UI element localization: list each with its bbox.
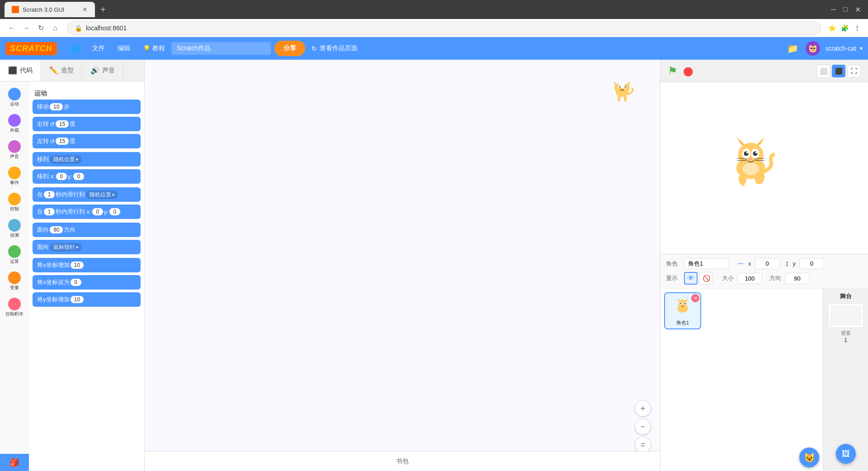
add-sprite-button[interactable]: 😺 xyxy=(799,447,819,467)
blocks-list: 运动 移动 10 步 右转 ↻ 15 度 左转 ↻ xyxy=(29,81,144,471)
globe-menu[interactable]: 🌐 xyxy=(64,41,86,57)
tab-sound[interactable]: 🔊 声音 xyxy=(82,60,123,81)
rotate-ccw-icon: ↻ xyxy=(50,138,55,145)
url-text: localhost:8601 xyxy=(86,24,127,32)
tab-costume[interactable]: ✏️ 造型 xyxy=(41,60,82,81)
stop-button[interactable]: ⬤ xyxy=(683,66,693,76)
svg-point-28 xyxy=(746,152,748,154)
svg-rect-48 xyxy=(830,305,862,326)
scratch-appbar: SCRATCH 🌐 文件 编辑 💡 教程 分享 ↻ 查看作品页面 📁 scrat… xyxy=(0,37,868,60)
block-set-x[interactable]: 将x坐标设为 0 xyxy=(33,275,141,290)
show-label: 显示 xyxy=(666,274,680,282)
size-input[interactable] xyxy=(737,273,762,284)
zoom-in-button[interactable]: + xyxy=(635,400,651,417)
star-icon[interactable]: ⭐ xyxy=(826,23,837,33)
nav-buttons: ← → ↻ ⌂ xyxy=(5,22,61,34)
sensing-dot xyxy=(8,219,21,232)
category-motion[interactable]: 运动 xyxy=(2,85,27,109)
sprite-info-row1: 角色 ↔ x ↕ y xyxy=(666,258,863,269)
category-sound[interactable]: 声音 xyxy=(2,138,27,162)
category-events[interactable]: 事件 xyxy=(2,164,27,188)
share-button[interactable]: 分享 xyxy=(274,41,305,56)
category-variables[interactable]: 变量 xyxy=(2,269,27,293)
block-goto-xy[interactable]: 移到 x: 0 y: 0 xyxy=(33,169,141,184)
sprite-thumbnail-1[interactable]: ✕ 角色1 xyxy=(664,292,701,329)
close-button[interactable]: ✕ xyxy=(852,4,863,16)
direction-input[interactable] xyxy=(785,273,810,284)
tab-favicon xyxy=(12,6,19,13)
browser-tab[interactable]: Scratch 3.0 GUI ✕ xyxy=(5,2,95,17)
block-turn-right[interactable]: 右转 ↻ 15 度 xyxy=(33,117,141,131)
extension-icon[interactable]: 🧩 xyxy=(839,23,850,33)
y-label: y xyxy=(793,260,796,267)
show-hidden-button[interactable]: 🚫 xyxy=(699,272,713,285)
direction-label: 方向 xyxy=(769,274,781,282)
sprite-info-panel: 角色 ↔ x ↕ y 显示 👁 🚫 大小 方向 xyxy=(660,254,868,289)
block-change-y[interactable]: 将y坐标增加 10 xyxy=(33,292,141,307)
minimize-button[interactable]: ─ xyxy=(828,4,839,16)
menu-icon[interactable]: ⋮ xyxy=(852,23,863,33)
category-operators[interactable]: 运算 xyxy=(2,243,27,267)
folder-icon[interactable]: 📁 xyxy=(785,41,800,56)
back-button[interactable]: ← xyxy=(5,22,18,34)
tab-code[interactable]: ⬛ 代码 xyxy=(0,60,41,81)
edit-menu[interactable]: 编辑 xyxy=(111,41,137,56)
sprite-delete-button[interactable]: ✕ xyxy=(691,294,699,302)
green-flag-button[interactable]: ⚑ xyxy=(668,65,678,77)
towards-dropdown[interactable]: 鼠标指针 ▾ xyxy=(50,243,82,252)
scratch-logo: SCRATCH xyxy=(5,42,57,55)
zoom-fit-button[interactable]: = xyxy=(635,437,651,453)
view-page-button[interactable]: ↻ 查看作品页面 xyxy=(305,41,364,56)
new-tab-button[interactable]: + xyxy=(100,5,106,15)
maximize-button[interactable]: □ xyxy=(840,4,850,16)
category-sensing[interactable]: 侦测 xyxy=(2,216,27,241)
block-point-towards[interactable]: 面向 鼠标指针 ▾ xyxy=(33,240,141,254)
forward-button[interactable]: → xyxy=(20,22,33,34)
sprite-name-input[interactable] xyxy=(684,258,729,269)
category-control[interactable]: 控制 xyxy=(2,190,27,214)
variables-dot xyxy=(8,271,21,284)
motion-dot xyxy=(8,88,21,100)
stage-medium-button[interactable]: ⬛ xyxy=(832,65,845,77)
backpack-button[interactable]: 🎒 xyxy=(0,454,29,471)
block-glide-random[interactable]: 在 1 秒内滑行到 随机位置 ▾ xyxy=(33,187,141,202)
block-change-x[interactable]: 将x坐标增加 10 xyxy=(33,258,141,272)
svg-point-4 xyxy=(811,48,812,49)
add-backdrop-button[interactable]: 🖼 xyxy=(836,444,856,464)
sound-dot xyxy=(8,140,21,153)
svg-point-46 xyxy=(680,303,681,304)
block-glide-xy[interactable]: 在 1 秒内滑行到 x: 0 y: 0 xyxy=(33,205,141,219)
category-looks[interactable]: 外观 xyxy=(2,111,27,136)
zoom-out-button[interactable]: − xyxy=(635,419,651,435)
categories-panel: 运动 外观 声音 事件 控制 xyxy=(0,81,29,471)
svg-rect-15 xyxy=(618,96,620,101)
home-button[interactable]: ⌂ xyxy=(49,22,61,34)
url-bar[interactable]: 🔒 localhost:8601 xyxy=(67,21,821,35)
browser-chrome: Scratch 3.0 GUI ✕ + ─ □ ✕ xyxy=(0,0,868,19)
tab-close-button[interactable]: ✕ xyxy=(82,6,88,13)
show-visible-button[interactable]: 👁 xyxy=(684,272,698,285)
show-toggle-group: 👁 🚫 xyxy=(684,272,713,285)
block-goto-random[interactable]: 移到 随机位置 ▾ xyxy=(33,152,141,167)
bookbag-label: 书包 xyxy=(396,457,409,466)
reload-button[interactable]: ↻ xyxy=(34,22,47,34)
project-name-input[interactable] xyxy=(171,42,271,55)
glide-dropdown[interactable]: 随机位置 ▾ xyxy=(86,190,118,199)
file-menu[interactable]: 文件 xyxy=(86,41,111,56)
tutorials-menu[interactable]: 💡 教程 xyxy=(137,41,171,56)
block-turn-left[interactable]: 左转 ↻ 15 度 xyxy=(33,134,141,148)
category-myblocks[interactable]: 自制积木 xyxy=(2,295,27,319)
block-point-dir[interactable]: 面向 90 方向 xyxy=(33,223,141,237)
svg-point-29 xyxy=(755,152,757,154)
sprite-canvas-preview xyxy=(608,76,637,107)
x-input[interactable] xyxy=(755,258,780,269)
user-profile[interactable]: scratch-cat ▾ xyxy=(806,41,863,56)
stage-playback-controls: ⚑ ⬤ xyxy=(668,65,693,77)
backdrop-thumbnail xyxy=(828,303,864,328)
stage-large-button[interactable]: ⛶ xyxy=(847,65,861,77)
y-input[interactable] xyxy=(799,258,824,269)
goto-dropdown[interactable]: 随机位置 ▾ xyxy=(50,155,82,164)
tab-title: Scratch 3.0 GUI xyxy=(23,6,64,13)
stage-small-button[interactable]: ⬜ xyxy=(816,65,830,77)
block-move[interactable]: 移动 10 步 xyxy=(33,100,141,114)
